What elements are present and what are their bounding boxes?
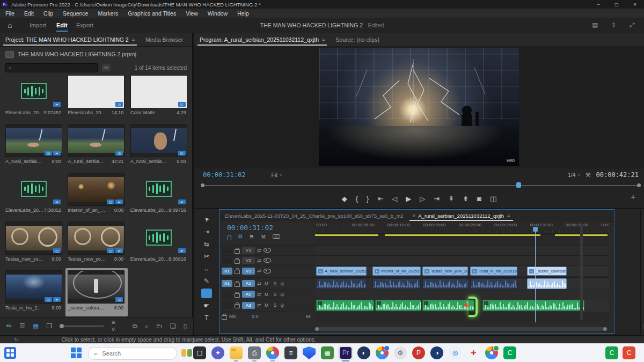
camtasia-icon[interactable]: C — [503, 346, 516, 361]
lock-icon[interactable] — [235, 260, 240, 264]
toggle-track-output-eye-icon[interactable] — [264, 258, 271, 263]
defender-shield-icon[interactable] — [303, 346, 316, 361]
mark-out-button[interactable]: } — [367, 195, 369, 203]
go-to-in-button[interactable]: ⇤ — [377, 195, 383, 203]
timeline-ruler[interactable]: 00:0000:00:05:0000:00:10:0000:00:15:0000… — [315, 221, 609, 234]
tab-media-browser[interactable]: Media Browser — [140, 33, 188, 46]
source-patch-v3[interactable] — [222, 247, 232, 254]
rectangle-tool[interactable] — [201, 289, 212, 298]
premiere-taskbar-icon[interactable]: Pr — [339, 346, 352, 361]
play-button[interactable]: ▶ — [406, 195, 411, 203]
sync-lock-icon[interactable]: ⇄ — [257, 248, 261, 253]
mute-button[interactable]: M — [264, 292, 270, 297]
atom-app-icon[interactable]: ◎ — [449, 346, 462, 361]
menu-clip[interactable]: Clip — [43, 10, 53, 17]
teams-icon[interactable]: ✦ — [211, 346, 224, 361]
source-patch-a1[interactable]: A1 — [222, 280, 232, 287]
lock-icon[interactable] — [222, 315, 227, 320]
keyframe-icon[interactable]: ⋈ — [306, 314, 311, 319]
timeline-tab-active[interactable]: × A_rural_serbian_202511032112_qxjth ≡ — [407, 210, 515, 221]
source-patch-a3[interactable] — [222, 302, 232, 309]
search-bin-icon[interactable]: 🗀 — [102, 64, 111, 71]
fullscreen-icon[interactable]: ⤢ — [630, 21, 634, 28]
project-item[interactable]: ◫⇄Interior_of_an_202511...8:00 — [65, 171, 127, 219]
captions-icon[interactable]: CC — [273, 234, 280, 239]
panel-menu-icon[interactable]: ≡ — [507, 213, 510, 218]
fit-dropdown[interactable]: Fit — [271, 172, 277, 178]
step-back-button[interactable]: ◁ — [392, 195, 397, 203]
timeline-video-clip[interactable]: fxInterior_of_an_2025110 — [372, 267, 421, 276]
timeline-audio-clip-a3[interactable] — [482, 300, 584, 311]
project-home-icon[interactable] — [5, 51, 14, 58]
menu-help[interactable]: Help — [237, 10, 249, 17]
zoom-slider[interactable] — [60, 326, 104, 327]
sphere-app-icon[interactable]: ◐ — [357, 346, 370, 361]
project-item[interactable]: ⇄ElevenLabs_2025-...7:38052 — [3, 171, 65, 219]
step-forward-button[interactable]: ▷ — [420, 195, 425, 203]
timeline-tab-inactive[interactable]: ElevenLabs_2025-11-03T20_04_25_Charlie_p… — [219, 210, 407, 221]
widgets-icon[interactable] — [4, 347, 16, 359]
linked-selection-icon[interactable]: ⧉ — [238, 233, 242, 240]
lock-icon[interactable] — [235, 249, 240, 254]
panel-menu-icon[interactable]: ≡ — [132, 37, 135, 42]
timeline-audio-clip-a3[interactable] — [375, 300, 421, 311]
lock-icon[interactable] — [235, 283, 240, 287]
hand-tool[interactable]: ☛ — [201, 301, 212, 311]
project-item[interactable]: ⇄ElevenLabs_2025-...9:07452 — [3, 73, 65, 121]
track-target-v1[interactable]: V1 — [242, 268, 255, 275]
file-explorer-icon[interactable] — [230, 346, 243, 361]
sort-icon[interactable]: ≡ ˅ — [111, 319, 118, 334]
export-frame-button[interactable]: ◙ — [477, 195, 481, 203]
slip-tool[interactable]: ↔ — [201, 264, 212, 274]
timeline-settings-wrench-icon[interactable]: ⚒ — [261, 234, 266, 240]
track-target-a2[interactable]: A2 — [242, 291, 255, 298]
voiceover-mic-icon[interactable]: ψ — [281, 292, 284, 297]
freeform-view-icon[interactable]: ❐ — [46, 322, 52, 330]
source-patch-v1[interactable]: V1 — [222, 268, 232, 275]
project-item[interactable]: ◫Teslas_new_york_202...8:00 — [3, 219, 65, 268]
solo-button[interactable]: S — [272, 281, 279, 286]
project-item[interactable]: ◫ElevenLabs_2025-11-...14;10 — [65, 73, 127, 121]
sync-lock-icon[interactable]: ⇄ — [257, 268, 261, 274]
project-search-input[interactable]: ⌕ — [5, 63, 98, 72]
scrub-right-knob[interactable] — [637, 183, 641, 187]
chrome-icon[interactable] — [266, 346, 279, 361]
project-item[interactable]: ◫A_rural_serbian_202...42:21 — [65, 122, 127, 170]
settings-gear-icon[interactable]: ⚙ — [394, 346, 407, 361]
new-bin-icon[interactable]: 🗀 — [156, 322, 163, 330]
extract-button[interactable]: ⇟ — [463, 195, 469, 203]
type-tool[interactable]: T — [201, 313, 212, 323]
red-p-app-icon[interactable]: P — [412, 346, 425, 361]
ripple-edit-tool[interactable]: ⇆ — [201, 239, 212, 249]
chrome-profile-green-icon[interactable] — [485, 346, 498, 361]
mute-button[interactable]: M — [264, 281, 270, 286]
start-button[interactable] — [71, 348, 82, 358]
mode-edit[interactable]: Edit — [56, 22, 68, 28]
new-item-icon[interactable]: ❏ — [170, 322, 176, 330]
sync-lock-icon[interactable]: ⇄ — [257, 292, 261, 297]
timeline-audio-clip-a1[interactable] — [372, 278, 421, 289]
list-view-icon[interactable]: ☰ — [19, 322, 25, 330]
trim-out-indicator[interactable] — [469, 297, 478, 317]
mode-export[interactable]: Export — [76, 22, 93, 28]
automate-sequence-icon[interactable]: ⧉ — [133, 322, 137, 330]
project-item[interactable]: ◫⇄A_rural_serbian_2025...8:00 — [3, 122, 65, 170]
toggle-track-output-eye-icon[interactable] — [264, 269, 271, 274]
source-patch-v2[interactable] — [222, 257, 232, 264]
lock-icon[interactable] — [235, 270, 240, 274]
add-marker-button[interactable]: ◆ — [342, 195, 347, 203]
scrub-left-knob[interactable] — [201, 183, 204, 187]
voiceover-mic-icon[interactable]: ψ — [281, 281, 284, 286]
solo-button[interactable]: S — [272, 302, 279, 308]
tab-program[interactable]: Program: A_rural_serbian_202511032112_qx… — [194, 33, 330, 46]
sync-lock-icon[interactable]: ⇄ — [257, 281, 261, 286]
project-item[interactable]: ◫⇄Teslas_new_york_202...8:00 — [65, 219, 127, 268]
source-patch-a2[interactable] — [222, 291, 232, 298]
timeline-video-clip[interactable]: fxTeslas_new_york_2025 — [422, 267, 468, 276]
comparison-view-button[interactable]: ◫ — [490, 195, 496, 203]
find-icon[interactable]: ⌕ — [145, 322, 149, 330]
add-marker-icon[interactable]: ⚑ — [249, 234, 254, 240]
razor-tool[interactable]: ✂ — [201, 252, 212, 261]
icon-view-icon[interactable]: ▦ — [33, 322, 39, 330]
menu-markers[interactable]: Markers — [98, 10, 118, 17]
